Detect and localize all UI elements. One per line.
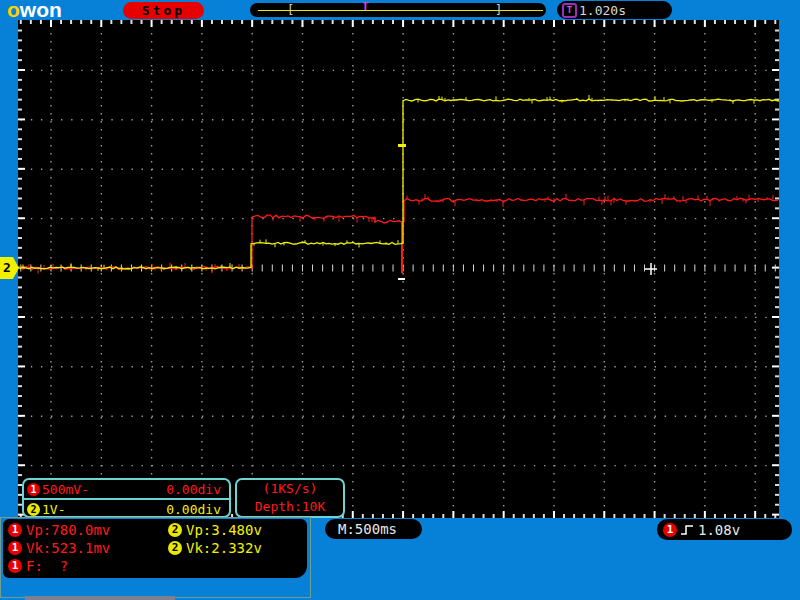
measurement-box: 1 Vp:780.0mv 2 Vp:3.480v 1 Vk:523.1mv 2 …	[3, 519, 307, 578]
channel-scale-box: 1 500mV- 0.00div 2 1V- 0.00div	[22, 478, 231, 518]
channel2-badge: 2	[27, 503, 40, 516]
waveform-screen	[18, 20, 779, 518]
record-depth: Depth:10K	[237, 498, 343, 516]
meas-ch1-vk: 1 Vk:523.1mv	[8, 539, 168, 557]
owon-logo: owon	[7, 0, 62, 22]
trigger-source-badge: 1	[663, 523, 677, 537]
window-left-bracket: [	[287, 3, 294, 17]
logo-letter-o: o	[7, 0, 20, 21]
ch1-badge: 1	[8, 523, 22, 537]
run-stop-button[interactable]: Stop	[123, 2, 204, 19]
channel1-badge: 1	[27, 483, 40, 496]
meas-ch1-vp: 1 Vp:780.0mv	[8, 521, 168, 539]
meas-label: Vk:2.332v	[186, 540, 262, 556]
window-right-bracket: ]	[495, 3, 502, 17]
trigger-time-value: 1.020s	[579, 3, 626, 18]
acquire-info-box: (1KS/s) Depth:10K	[235, 478, 345, 518]
ch2-badge: 2	[168, 541, 182, 555]
meas-ch2-vk: 2 Vk:2.332v	[168, 539, 307, 557]
trigger-position-marker[interactable]: T	[362, 0, 369, 13]
meas-label: F: ?	[26, 558, 68, 574]
ch1-badge: 1	[8, 559, 22, 573]
meas-ch1-freq: 1 F: ?	[8, 557, 168, 575]
sample-rate: (1KS/s)	[237, 480, 343, 498]
meas-label: Vp:3.480v	[186, 522, 262, 538]
logo-rest: won	[20, 0, 62, 21]
ch2-badge: 2	[168, 523, 182, 537]
meas-ch2-vp: 2 Vp:3.480v	[168, 521, 307, 539]
rising-edge-icon	[679, 523, 696, 537]
bottom-menu-edge	[25, 596, 175, 600]
graticule-and-traces	[18, 20, 779, 518]
channel2-position-marker[interactable]: 2	[0, 257, 19, 279]
trigger-level-readout: 1 1.08v	[657, 519, 792, 540]
channel1-scale-row: 1 500mV- 0.00div	[24, 480, 229, 500]
channel1-offset: 0.00div	[166, 482, 221, 497]
trigger-level-value: 1.08v	[698, 522, 740, 538]
ch1-badge: 1	[8, 541, 22, 555]
channel2-offset: 0.00div	[166, 502, 221, 517]
trigger-time-readout: T 1.020s	[557, 1, 672, 19]
timebase-readout: M:500ms	[325, 519, 422, 539]
measurement-panel: 1 Vp:780.0mv 2 Vp:3.480v 1 Vk:523.1mv 2 …	[0, 517, 311, 598]
channel2-scale: 1V-	[42, 502, 65, 517]
channel1-scale: 500mV-	[42, 482, 89, 497]
trigger-t-icon: T	[562, 3, 577, 18]
meas-label: Vk:523.1mv	[26, 540, 110, 556]
meas-label: Vp:780.0mv	[26, 522, 110, 538]
oscilloscope-display: owon Stop [ ] T T 1.020s 2 1 500mV- 0.00…	[0, 0, 800, 600]
record-position-bar: [ ] T	[250, 3, 546, 17]
channel2-scale-row: 2 1V- 0.00div	[24, 500, 229, 518]
